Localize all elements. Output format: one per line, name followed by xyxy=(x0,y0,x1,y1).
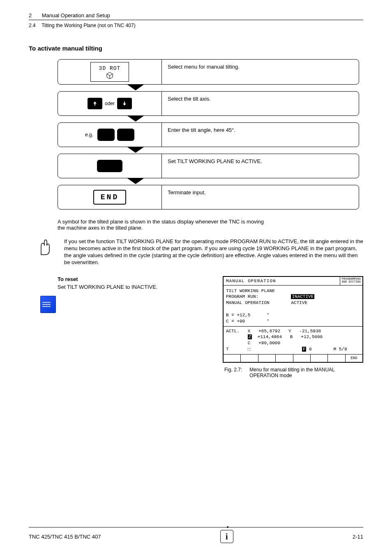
section-subtitle: Tilting the Working Plane (not on TNC 40… xyxy=(42,23,136,28)
t-label: T xyxy=(226,347,229,352)
screen-side-mode: PROGRAMMING AND EDITING xyxy=(340,277,362,285)
flow-arrow-icon xyxy=(127,85,359,91)
note-icon-box xyxy=(40,296,185,313)
flow-arrow-icon xyxy=(127,147,359,154)
softkey-slot[interactable] xyxy=(224,355,241,362)
reset-title: To reset xyxy=(58,276,185,282)
step-row: END Terminate input. xyxy=(58,185,359,210)
step-desc: Set TILT WORKING PLANE to ACTIVE. xyxy=(162,154,359,178)
svg-marker-5 xyxy=(93,101,97,106)
chapter-header: 2 Manual Operation and Setup xyxy=(29,12,363,18)
step-desc: Enter the tilt angle, here 45°. xyxy=(162,123,359,147)
softkey-label: 3D ROT xyxy=(99,65,121,71)
actl-label: ACTL. xyxy=(226,329,240,334)
axis-value: +114,4964 xyxy=(258,334,282,339)
ent-key[interactable] xyxy=(97,160,122,172)
end-key-label: END xyxy=(101,193,119,201)
softkey-slot[interactable] xyxy=(258,355,276,362)
step-desc: Terminate input. xyxy=(162,185,359,209)
step-row: oder Select the tilt axis. xyxy=(58,91,359,116)
svg-marker-4 xyxy=(127,85,144,90)
m-value: 5/9 xyxy=(339,347,347,352)
f-label: F xyxy=(302,347,307,352)
page-footer: TNC 425/TNC 415 B/TNC 407 i 2-11 xyxy=(29,524,363,543)
flow-arrow-icon xyxy=(127,116,359,122)
figure-number: Fig. 2.7: xyxy=(224,367,242,378)
screen-line: MANUAL OPERATION xyxy=(226,300,270,305)
step-key-cell: END xyxy=(58,185,162,209)
digit-key-5[interactable] xyxy=(117,129,134,141)
oder-label: oder xyxy=(105,101,115,106)
footer-right: 2-11 xyxy=(353,534,363,540)
screen-value-highlight: INACTIVE xyxy=(291,294,314,299)
m-label: M xyxy=(334,347,337,352)
svg-marker-6 xyxy=(123,101,126,106)
screen-line: C = +90 ° xyxy=(226,319,270,324)
step-key-cell xyxy=(58,154,162,178)
document-icon xyxy=(40,296,56,313)
footer-left: TNC 425/TNC 415 B/TNC 407 xyxy=(29,534,101,540)
screen-position: ACTL. X +65,6792 Y -21,5938 Z +114,4964 … xyxy=(224,326,362,354)
svg-marker-9 xyxy=(127,178,144,184)
axis-value: +65,6792 xyxy=(258,329,280,334)
flow-arrow-icon xyxy=(127,178,359,185)
step-row: Set TILT WORKING PLANE to ACTIVE. xyxy=(58,154,359,178)
reset-text: Set TILT WORKING PLANE to INACTIVE. xyxy=(58,284,185,290)
screen-line: PROGRAM RUN: xyxy=(226,294,258,299)
softkey-slot[interactable] xyxy=(241,355,258,362)
tnc-screen: MANUAL OPERATION PROGRAMMING AND EDITING… xyxy=(223,276,363,363)
axis-label: B xyxy=(290,334,293,339)
svg-marker-8 xyxy=(127,147,144,153)
hand-icon xyxy=(37,238,55,266)
screen-line: TILT WORKING PLANE xyxy=(226,288,275,293)
body-note: A symbol for the tilted plane is shown i… xyxy=(58,219,271,231)
chapter-number: 2 xyxy=(29,12,40,18)
step-row: e.g. Enter the tilt angle, here 45°. xyxy=(58,122,359,147)
axis-label: X xyxy=(248,329,251,334)
softkey-end[interactable]: END xyxy=(346,355,362,362)
step-key-cell: oder xyxy=(58,92,162,115)
softkey-slot[interactable] xyxy=(328,355,345,362)
digit-key-4[interactable] xyxy=(97,129,115,141)
figure-text: Menu for manual tilting in the MANUAL OP… xyxy=(249,367,363,378)
axis-value: +90,0000 xyxy=(258,341,280,345)
arrow-up-icon xyxy=(93,101,97,106)
step-key-cell: 3D ROT xyxy=(58,60,162,84)
softkey-row: END xyxy=(224,354,362,362)
axis-value: -21,5938 xyxy=(299,329,321,334)
f-value: 0 xyxy=(309,347,312,352)
step-desc: Select the tilt axis. xyxy=(162,92,359,115)
important-note-text: If you set the function TILT WORKING PLA… xyxy=(64,238,363,266)
figure-caption: Fig. 2.7: Menu for manual tilting in the… xyxy=(224,367,363,378)
end-key[interactable]: END xyxy=(93,190,126,205)
axis-label: Z xyxy=(248,334,252,339)
eg-label: e.g. xyxy=(85,132,93,138)
arrow-down-key[interactable] xyxy=(117,98,132,109)
svg-marker-7 xyxy=(127,116,144,122)
softkey-slot[interactable] xyxy=(311,355,328,362)
step-key-cell: e.g. xyxy=(58,123,162,147)
screen-line: B = +12,5 ° xyxy=(226,313,270,318)
arrow-down-icon xyxy=(122,101,127,106)
softkey-slot[interactable] xyxy=(293,355,311,362)
steps-list: 3D ROT Select menu for manual tilting. xyxy=(58,59,359,210)
screen-title: MANUAL OPERATION xyxy=(224,277,340,285)
svg-line-2 xyxy=(110,74,113,76)
divider xyxy=(29,20,363,20)
chapter-title: Manual Operation and Setup xyxy=(42,12,110,18)
screen-side-line: AND EDITING xyxy=(342,281,361,283)
softkey-3d-rot[interactable]: 3D ROT xyxy=(90,62,129,82)
screen-value: ACTIVE xyxy=(291,300,307,305)
info-icon: i xyxy=(220,530,233,543)
step-row: 3D ROT Select menu for manual tilting. xyxy=(58,59,359,85)
softkey-slot[interactable] xyxy=(276,355,293,362)
screen-body: TILT WORKING PLANE PROGRAM RUN: INACTIVE… xyxy=(224,286,362,326)
page-title: To activate manual tilting xyxy=(29,45,363,52)
section-number: 2.4 xyxy=(29,23,40,28)
important-note: If you set the function TILT WORKING PLA… xyxy=(37,238,363,266)
axis-value: +12,5000 xyxy=(301,334,323,339)
section-header: 2.4 Tilting the Working Plane (not on TN… xyxy=(29,23,363,28)
axis-label: C xyxy=(248,341,251,345)
svg-line-1 xyxy=(107,74,110,76)
arrow-up-key[interactable] xyxy=(88,98,102,109)
